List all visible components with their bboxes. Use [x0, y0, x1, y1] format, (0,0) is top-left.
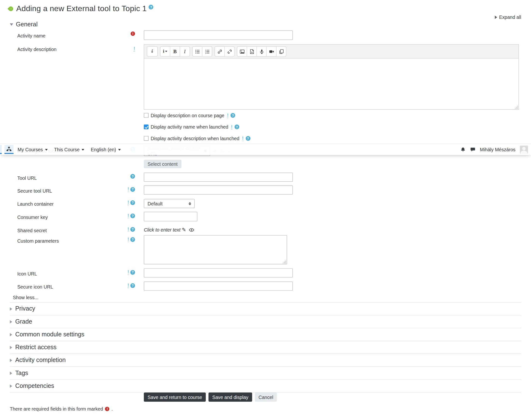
launch-container-select[interactable]: Default	[144, 199, 195, 208]
nav-language[interactable]: English (en)	[91, 147, 121, 152]
section-activity-completion[interactable]: Activity completion	[10, 354, 521, 367]
checkbox-display-activity-name[interactable]: Display activity name when launched ! ?	[144, 123, 250, 131]
image-button[interactable]	[237, 46, 247, 57]
help-icon[interactable]: ?	[245, 136, 250, 141]
show-less-link[interactable]: Show less...	[13, 295, 38, 300]
editor-toolbar: iBI123	[144, 45, 519, 59]
caret-right-icon	[10, 359, 12, 362]
tool-url-input[interactable]	[144, 173, 293, 182]
field-label: Icon URL	[17, 271, 37, 276]
row-custom-parameters: Custom parameters !?	[10, 235, 521, 266]
page-title: Adding a new External tool to Topic 1	[16, 4, 147, 13]
svg-text:3: 3	[205, 52, 206, 54]
checkbox[interactable]	[144, 136, 149, 141]
help-icon[interactable]: ?	[130, 200, 135, 205]
caret-right-icon	[10, 345, 12, 349]
required-fields-note: There are required fields in this form m…	[10, 406, 113, 411]
navbar: My Courses This Course English (en) Mihá…	[0, 144, 531, 155]
chat-icon[interactable]	[470, 147, 475, 152]
row-activity-name: Activity name !	[10, 30, 521, 41]
rich-text-editor: iBI123	[144, 44, 519, 109]
user-name[interactable]: Mihály Mészáros	[480, 147, 516, 152]
nav-my-courses[interactable]: My Courses	[18, 147, 48, 152]
eye-icon[interactable]	[189, 228, 194, 231]
field-label: Secure tool URL	[17, 188, 52, 194]
checkbox-display-activity-description[interactable]: Display activity description when launch…	[144, 135, 250, 142]
secure-icon-url-input[interactable]	[144, 282, 293, 291]
bell-icon[interactable]	[460, 147, 466, 152]
checkbox-display-description[interactable]: Display description on course page ! ?	[144, 112, 250, 119]
avatar[interactable]	[520, 145, 528, 153]
section-tags[interactable]: Tags	[10, 367, 521, 380]
unlink-button[interactable]	[225, 46, 235, 57]
caret-right-icon	[10, 384, 12, 388]
help-icon[interactable]: ?	[130, 237, 135, 242]
save-and-display-button[interactable]: Save and display	[209, 392, 252, 402]
shared-secret-value[interactable]: Click to enter text	[144, 227, 180, 232]
field-label: Launch container	[17, 201, 53, 207]
section-general-header[interactable]: General	[10, 21, 38, 28]
section-restrict-access[interactable]: Restrict access	[10, 341, 521, 354]
select-content-button[interactable]: Select content	[144, 160, 181, 168]
ordered-list-button[interactable]: 123	[202, 46, 212, 57]
field-label: Activity name	[17, 33, 46, 38]
advanced-icon: !	[231, 124, 232, 130]
section-grade[interactable]: Grade	[10, 315, 521, 328]
advanced-icon: !	[127, 237, 129, 242]
cancel-button[interactable]: Cancel	[255, 392, 277, 402]
editor-content-area[interactable]	[144, 59, 519, 109]
pencil-icon[interactable]: ✎	[182, 227, 186, 233]
record-video-button[interactable]	[267, 46, 276, 57]
expand-all-link[interactable]: Expand all	[495, 15, 521, 20]
media-button[interactable]	[247, 46, 257, 57]
help-icon[interactable]: ?	[130, 283, 135, 288]
help-icon[interactable]: ?	[130, 227, 135, 232]
link-button[interactable]	[215, 46, 225, 57]
toolbar-toggle-button[interactable]	[147, 46, 158, 57]
field-label: Consumer key	[17, 215, 48, 220]
help-icon[interactable]: ?	[234, 124, 239, 129]
help-icon[interactable]: ?	[130, 174, 135, 179]
caret-right-icon	[495, 15, 497, 19]
consumer-key-input[interactable]	[144, 212, 197, 221]
form-actions: Save and return to course Save and displ…	[144, 392, 277, 402]
section-privacy[interactable]: Privacy	[10, 302, 521, 315]
caret-right-icon	[10, 320, 12, 323]
activity-name-input[interactable]	[144, 30, 293, 40]
advanced-icon: !	[127, 213, 129, 218]
bold-button[interactable]: B	[170, 46, 180, 57]
nav-this-course[interactable]: This Course	[54, 147, 84, 152]
checkbox[interactable]	[144, 113, 149, 118]
help-icon[interactable]: ?	[130, 187, 135, 192]
manage-files-button[interactable]	[276, 46, 287, 57]
required-icon: !	[105, 406, 109, 411]
advanced-icon: !	[242, 136, 244, 141]
sitemap-icon[interactable]	[4, 145, 14, 154]
record-audio-button[interactable]	[257, 46, 267, 57]
section-common-module-settings[interactable]: Common module settings	[10, 328, 521, 341]
advanced-icon: !	[127, 283, 129, 288]
help-icon[interactable]: ?	[230, 113, 235, 118]
help-icon[interactable]: ?	[149, 5, 153, 10]
checkbox[interactable]	[144, 124, 149, 129]
unordered-list-button[interactable]	[192, 46, 202, 57]
row-consumer-key: Consumer key !?	[10, 212, 521, 222]
resize-grip[interactable]	[514, 105, 518, 109]
caret-right-icon	[10, 333, 12, 336]
custom-parameters-textarea[interactable]	[144, 235, 287, 264]
help-icon[interactable]: ?	[130, 213, 135, 218]
icon-url-input[interactable]	[144, 268, 293, 277]
italic-button[interactable]: I	[180, 46, 190, 57]
section-competencies[interactable]: Competencies	[10, 380, 521, 392]
save-and-return-button[interactable]: Save and return to course	[144, 392, 206, 402]
caret-down-icon	[10, 23, 13, 26]
help-icon[interactable]: ?	[130, 270, 135, 275]
resize-grip[interactable]	[282, 259, 287, 264]
secure-tool-url-input[interactable]	[144, 185, 293, 195]
row-shared-secret: Shared secret !? Click to enter text ✎	[10, 225, 521, 233]
nav-tab-partial[interactable]	[0, 145, 2, 154]
paragraph-format-button[interactable]: i	[160, 46, 170, 57]
advanced-icon: !	[127, 270, 129, 275]
field-label: Activity description	[17, 47, 56, 52]
caret-right-icon	[10, 307, 12, 311]
